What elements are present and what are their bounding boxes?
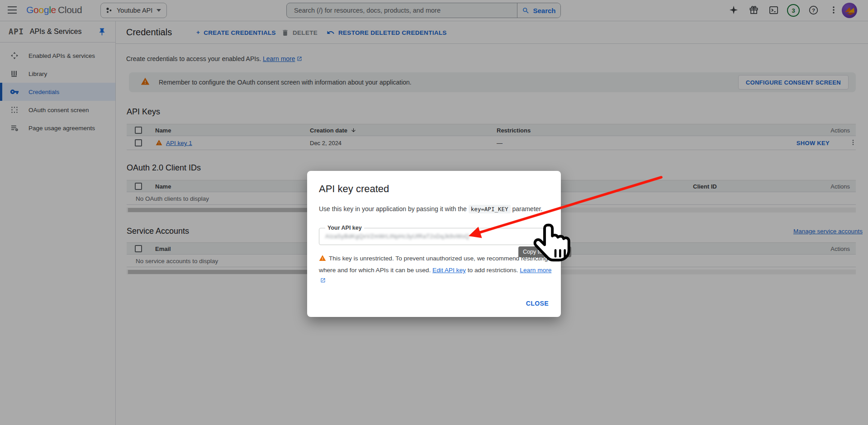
google-cloud-console: GoogleCloud Youtube API Search (/) for r… — [0, 0, 868, 425]
warning-icon — [319, 256, 326, 263]
external-link-icon — [320, 276, 326, 286]
api-key-value-blurred: AIzaSyBdKgQxVZmWrLtNpHc3yUfRaT2sDqJk9vWo… — [325, 233, 470, 240]
dialog-body-suffix: parameter. — [512, 205, 542, 212]
api-key-created-dialog: API key created Use this key in your app… — [307, 171, 561, 317]
close-button[interactable]: CLOSE — [526, 300, 549, 307]
dialog-body-prefix: Use this key in your application by pass… — [319, 205, 467, 212]
dialog-body-text: Use this key in your application by pass… — [319, 205, 550, 212]
learn-more-link[interactable]: Learn more — [520, 267, 551, 274]
api-key-field[interactable]: Your API key AIzaSyBdKgQxVZmWrLtNpHc3yUf… — [319, 228, 550, 245]
hand-cursor-icon — [528, 222, 574, 267]
warning-text-2: to add restrictions. — [468, 267, 518, 274]
dialog-title: API key created — [319, 183, 389, 195]
api-key-code-chip: key=API_KEY — [469, 205, 511, 213]
edit-api-key-link[interactable]: Edit API key — [432, 267, 466, 274]
api-key-field-label: Your API key — [325, 225, 364, 231]
dialog-warning-text: This key is unrestricted. To prevent una… — [319, 253, 552, 286]
